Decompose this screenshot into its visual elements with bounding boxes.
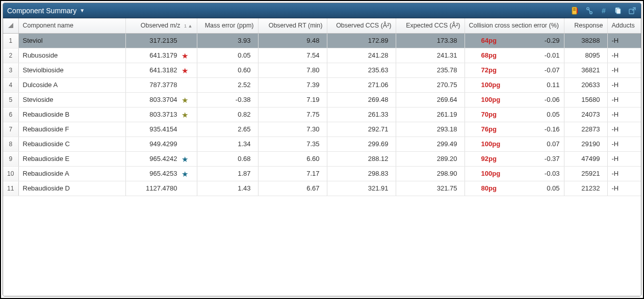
- cell-ccs-error: 92pg-0.37: [465, 151, 564, 166]
- cell-mass-error: 0.05: [197, 48, 258, 63]
- cell-observed-rt: 6.60: [258, 151, 327, 166]
- table-row[interactable]: 2Rubusoside641.3179★0.057.54241.28241.31…: [3, 48, 641, 63]
- cell-mass-error: 1.34: [197, 137, 258, 151]
- cell-expected-ccs: 293.18: [396, 122, 465, 137]
- isomer-star-icon: ★: [182, 155, 188, 163]
- cell-mass-error: 1.87: [197, 166, 258, 181]
- isomer-star-icon: ★: [182, 67, 188, 74]
- cell-component-name: Steviol: [18, 33, 125, 48]
- cell-ccs-error: 100pg0.07: [465, 137, 564, 151]
- isomer-star-icon: ★: [182, 170, 188, 178]
- cell-mass-error: -0.38: [197, 92, 258, 107]
- isomer-star-icon: ★: [182, 111, 188, 119]
- app-frame: Component Summary ▼ #: [0, 0, 644, 299]
- data-grid[interactable]: Component name Observed m/z 1 ▲ Mass err…: [3, 18, 641, 296]
- copy-icon[interactable]: [613, 6, 623, 15]
- cell-expected-ccs: 261.19: [396, 107, 465, 122]
- table-row[interactable]: 1Steviol317.21353.939.48172.89173.3864pg…: [3, 33, 641, 48]
- table-row[interactable]: 9Rebaudioside E965.4242★0.686.60288.1228…: [3, 151, 641, 166]
- cell-observed-ccs: 292.71: [327, 122, 396, 137]
- cell-expected-ccs: 298.90: [396, 166, 465, 181]
- cell-ccs-error: 100pg-0.06: [465, 92, 564, 107]
- svg-line-7: [589, 9, 590, 12]
- panel-title-dropdown[interactable]: Component Summary ▼: [7, 7, 85, 15]
- panel-title-text: Component Summary: [7, 7, 76, 15]
- notes-icon[interactable]: [571, 6, 580, 15]
- cell-adducts: -H: [607, 137, 641, 151]
- row-number[interactable]: 8: [3, 137, 18, 151]
- col-ccs-error[interactable]: Collision cross section error (%): [465, 18, 564, 33]
- row-corner[interactable]: [3, 18, 18, 33]
- col-response[interactable]: Response: [564, 18, 607, 33]
- cell-observed-mz: 949.4299: [125, 137, 197, 151]
- cell-mass-error: 1.43: [197, 181, 258, 196]
- cell-observed-rt: 6.67: [258, 181, 327, 196]
- col-expected-ccs[interactable]: Expected CCS (Å²): [396, 18, 465, 33]
- table-row[interactable]: 8Rebaudioside C949.42991.347.35299.69299…: [3, 137, 641, 151]
- row-number[interactable]: 1: [3, 33, 18, 48]
- cell-observed-mz: 965.4253★: [125, 166, 197, 181]
- cell-observed-ccs: 321.91: [327, 181, 396, 196]
- cell-observed-mz: 641.3179★: [125, 48, 197, 63]
- concentration-annotation: 76pg: [469, 125, 497, 133]
- row-number[interactable]: 3: [3, 63, 18, 77]
- table-row[interactable]: 3Steviolbioside641.3182★0.607.80235.6323…: [3, 63, 641, 77]
- hash-icon[interactable]: #: [599, 6, 608, 15]
- cell-expected-ccs: 269.64: [396, 92, 465, 107]
- cell-observed-rt: 7.80: [258, 63, 327, 77]
- table-row[interactable]: 7Rebaudioside F935.41542.657.30292.71293…: [3, 122, 641, 137]
- popout-icon[interactable]: [628, 6, 637, 15]
- link-icon[interactable]: [585, 6, 594, 15]
- cell-response: 15680: [564, 92, 607, 107]
- row-number[interactable]: 6: [3, 107, 18, 122]
- cell-response: 29190: [564, 137, 607, 151]
- cell-ccs-error: 68pg-0.01: [465, 48, 564, 63]
- cell-observed-ccs: 271.06: [327, 77, 396, 92]
- cell-expected-ccs: 241.31: [396, 48, 465, 63]
- row-number[interactable]: 5: [3, 92, 18, 107]
- cell-adducts: -H: [607, 63, 641, 77]
- cell-expected-ccs: 270.75: [396, 77, 465, 92]
- cell-observed-ccs: 288.12: [327, 151, 396, 166]
- svg-rect-2: [573, 9, 576, 10]
- col-observed-mz[interactable]: Observed m/z 1 ▲: [125, 18, 197, 33]
- concentration-annotation: 100pg: [469, 81, 501, 89]
- cell-observed-ccs: 269.48: [327, 92, 396, 107]
- cell-expected-ccs: 289.20: [396, 151, 465, 166]
- svg-rect-4: [577, 8, 578, 13]
- row-number[interactable]: 10: [3, 166, 18, 181]
- col-component-name[interactable]: Component name: [18, 18, 125, 33]
- table-row[interactable]: 6Rebaudioside B803.3713★0.827.75261.3326…: [3, 107, 641, 122]
- col-adducts[interactable]: Adducts: [607, 18, 641, 33]
- cell-adducts: -H: [607, 166, 641, 181]
- row-number[interactable]: 11: [3, 181, 18, 196]
- table-row[interactable]: 10Rebaudioside A965.4253★1.877.17298.832…: [3, 166, 641, 181]
- row-number[interactable]: 4: [3, 77, 18, 92]
- cell-observed-ccs: 298.83: [327, 166, 396, 181]
- cell-component-name: Steviolbioside: [18, 63, 125, 77]
- cell-response: 47499: [564, 151, 607, 166]
- table-row[interactable]: 5Stevioside803.3704★-0.387.19269.48269.6…: [3, 92, 641, 107]
- cell-adducts: -H: [607, 107, 641, 122]
- concentration-annotation: 92pg: [469, 155, 497, 162]
- cell-component-name: Rebaudioside E: [18, 151, 125, 166]
- cell-observed-rt: 7.39: [258, 77, 327, 92]
- col-mass-error[interactable]: Mass error (ppm): [197, 18, 258, 33]
- concentration-annotation: 64pg: [469, 37, 497, 44]
- row-number[interactable]: 7: [3, 122, 18, 137]
- table-row[interactable]: 4Dulcoside A787.37782.527.39271.06270.75…: [3, 77, 641, 92]
- cell-observed-rt: 7.75: [258, 107, 327, 122]
- cell-observed-mz: 641.3182★: [125, 63, 197, 77]
- cell-observed-rt: 9.48: [258, 33, 327, 48]
- cell-adducts: -H: [607, 33, 641, 48]
- cell-expected-ccs: 173.38: [396, 33, 465, 48]
- row-number[interactable]: 2: [3, 48, 18, 63]
- cell-response: 22873: [564, 122, 607, 137]
- row-number[interactable]: 9: [3, 151, 18, 166]
- cell-observed-mz: 317.2135: [125, 33, 197, 48]
- cell-observed-mz: 935.4154: [125, 122, 197, 137]
- table-row[interactable]: 11Rebaudioside D1127.47801.436.67321.913…: [3, 181, 641, 196]
- panel: Component Summary ▼ #: [3, 3, 641, 296]
- col-observed-ccs[interactable]: Observed CCS (Å²): [327, 18, 396, 33]
- col-observed-rt[interactable]: Observed RT (min): [258, 18, 327, 33]
